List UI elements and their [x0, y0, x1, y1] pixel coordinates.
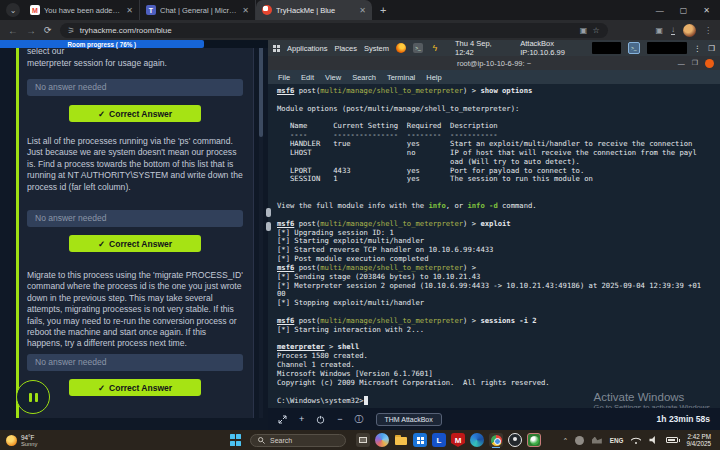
system-menu[interactable]: System: [364, 44, 389, 53]
check-icon: ✓: [98, 109, 105, 119]
window-close-button[interactable]: ✕: [703, 6, 710, 15]
terminal-title: root@ip-10-10-6-99: ~: [268, 59, 720, 68]
window-maximize-button[interactable]: ▢: [680, 6, 688, 15]
extensions-icon[interactable]: ▣: [655, 26, 663, 35]
firefox-icon[interactable]: [396, 43, 406, 53]
tab-tryhackme[interactable]: TryHackMe | Blue ✕: [256, 0, 372, 20]
windows-taskbar: 94°F Sunny Search L M ^ ENG 2:42 PM: [0, 430, 720, 450]
browser-menu-icon[interactable]: ⋮: [704, 26, 712, 35]
start-button[interactable]: [230, 434, 242, 446]
pause-machine-button[interactable]: [16, 380, 50, 414]
wireshark-icon[interactable]: ϟ: [430, 43, 440, 53]
taskbar-clock[interactable]: 2:42 PM 9/4/2025: [686, 433, 715, 448]
browser-toolbar: ← → ⟳ ⚞ tryhackme.com/room/blue ▣ ☆ ▣ ↓ …: [0, 20, 720, 40]
correct-answer-button[interactable]: ✓ Correct Answer: [69, 235, 201, 252]
weather-temp: 94°F: [21, 434, 37, 441]
panel-clock[interactable]: Thu 4 Sep, 12:42: [455, 39, 501, 57]
back-button[interactable]: ←: [8, 25, 18, 36]
redacted-window-title: [592, 42, 621, 54]
forward-button[interactable]: →: [26, 25, 36, 36]
split-divider-handle[interactable]: [266, 208, 272, 234]
terminal-titlebar[interactable]: root@ip-10-10-6-99: ~ — ❐: [268, 56, 720, 70]
tab-title: You have been added as a gues: [44, 6, 122, 15]
reload-button[interactable]: ⟳: [44, 25, 52, 35]
bookmark-star-icon[interactable]: ☆: [592, 26, 599, 35]
tray-chevron-icon[interactable]: ^: [564, 437, 567, 443]
system-tray: ^ ENG 2:42 PM 9/4/2025: [564, 433, 720, 448]
chrome-button[interactable]: [489, 433, 503, 447]
battery-icon[interactable]: [666, 437, 678, 443]
add-time-icon[interactable]: +: [299, 414, 304, 424]
terminal-restore-button[interactable]: ❐: [692, 59, 698, 67]
new-tab-button[interactable]: +: [380, 4, 386, 16]
menu-file[interactable]: File: [278, 73, 290, 82]
file-explorer-button[interactable]: [394, 433, 408, 447]
tab-teams[interactable]: T Chat | General | Microsoft Team ✕: [140, 0, 256, 20]
copilot-button[interactable]: [375, 433, 389, 447]
tray-app-icon[interactable]: [575, 436, 584, 445]
terminal-output[interactable]: msf6 post(multi/manage/shell_to_meterpre…: [268, 84, 720, 408]
terminal-close-button[interactable]: [705, 59, 714, 68]
terminal-minimize-button[interactable]: —: [678, 60, 685, 67]
menu-view[interactable]: View: [325, 73, 341, 82]
question-text: Migrate to this process using the 'migra…: [27, 270, 243, 350]
screenshot-icon[interactable]: ▣: [580, 26, 588, 35]
tab-gmail[interactable]: M You have been added as a gues ✕: [24, 0, 140, 20]
profile-avatar[interactable]: [683, 24, 696, 37]
menu-edit[interactable]: Edit: [301, 73, 314, 82]
microsoft-store-button[interactable]: [413, 433, 427, 447]
menu-help[interactable]: Help: [426, 73, 441, 82]
check-icon: ✓: [98, 239, 105, 249]
menu-terminal[interactable]: Terminal: [387, 73, 415, 82]
tray-app-icon[interactable]: [592, 437, 602, 444]
answer-field[interactable]: No answer needed: [27, 354, 243, 371]
minimize-view-icon[interactable]: −: [337, 414, 342, 424]
window-minimize-button[interactable]: —: [656, 6, 664, 15]
task-view-button[interactable]: [356, 433, 370, 447]
info-icon[interactable]: ⓘ: [355, 413, 364, 426]
panel-menu-icon[interactable]: ⋮: [694, 44, 702, 53]
site-info-icon[interactable]: ⚞: [68, 26, 75, 35]
language-indicator[interactable]: ENG: [610, 437, 624, 444]
download-icon[interactable]: ↓: [671, 25, 675, 35]
volume-icon[interactable]: [649, 436, 658, 444]
tab-search-button[interactable]: ⌄: [6, 3, 20, 17]
room-progress-fill: Room progress ( 76% ): [0, 40, 204, 48]
xbox-button[interactable]: [527, 433, 541, 447]
correct-answer-button[interactable]: ✓ Correct Answer: [69, 379, 201, 396]
task-panel: indeed system. Background this shell aft…: [0, 40, 268, 430]
tab-close-icon[interactable]: ✕: [359, 6, 366, 15]
sun-icon: [6, 435, 17, 446]
tryhackme-icon: [262, 5, 272, 15]
tab-close-icon[interactable]: ✕: [126, 6, 133, 15]
url-text: tryhackme.com/room/blue: [80, 26, 172, 35]
attackbox-toolbar: + − ⓘ THM AttackBox 1h 23min 58s: [268, 408, 720, 430]
wifi-icon[interactable]: [631, 436, 641, 444]
answer-field[interactable]: No answer needed: [27, 79, 243, 96]
applications-menu[interactable]: Applications: [287, 44, 327, 53]
answer-field[interactable]: No answer needed: [27, 210, 243, 227]
session-timer: 1h 23min 58s: [657, 414, 710, 424]
room-progress-label: Room progress ( 76% ): [68, 41, 137, 48]
taskbar-search-input[interactable]: Search: [250, 434, 346, 447]
power-icon[interactable]: [316, 415, 325, 424]
panel-scrollbar[interactable]: [259, 40, 263, 418]
workspace-switcher-icon[interactable]: ❐: [708, 44, 715, 53]
menu-search[interactable]: Search: [352, 73, 376, 82]
active-terminal-window-button[interactable]: >_: [628, 42, 640, 54]
redacted-window-title: [647, 42, 687, 54]
terminal-menubar: File Edit View Search Terminal Help: [268, 70, 720, 84]
l-app-button[interactable]: L: [432, 433, 446, 447]
tab-close-icon[interactable]: ✕: [242, 6, 249, 15]
edge-button[interactable]: [470, 433, 484, 447]
check-icon: ✓: [98, 383, 105, 393]
obs-button[interactable]: [508, 433, 522, 447]
places-menu[interactable]: Places: [334, 44, 357, 53]
correct-answer-button[interactable]: ✓ Correct Answer: [69, 105, 201, 122]
fullscreen-icon[interactable]: [278, 415, 287, 424]
terminal-launcher-icon[interactable]: >_: [413, 43, 423, 53]
question-text: List all of the processes running via th…: [27, 136, 243, 193]
mcafee-button[interactable]: M: [451, 433, 465, 447]
address-bar[interactable]: ⚞ tryhackme.com/room/blue ▣ ☆: [60, 23, 608, 38]
weather-widget[interactable]: 94°F Sunny: [0, 434, 230, 447]
